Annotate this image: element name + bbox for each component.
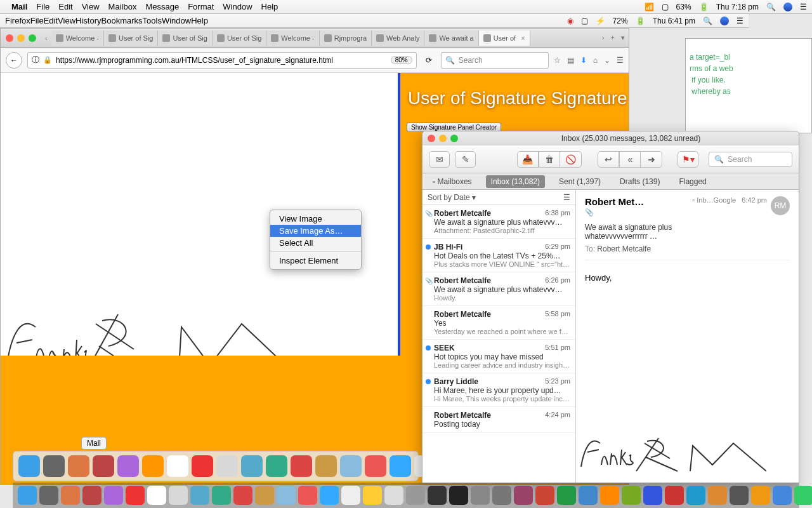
delete-button[interactable]: 🗑 — [539, 151, 560, 168]
tab-scroll-right-icon[interactable]: › — [602, 34, 605, 42]
menu-history[interactable]: History — [75, 16, 101, 25]
dock-app-icon[interactable] — [212, 486, 231, 505]
wifi-icon[interactable]: 📶 — [645, 3, 654, 11]
filter-icon[interactable]: ☰ — [563, 193, 570, 202]
tab-list-icon[interactable]: ▾ — [621, 34, 625, 42]
flagged-tab[interactable]: Flagged — [674, 175, 711, 188]
reply-all-button[interactable]: « — [619, 151, 641, 168]
message-row[interactable]: SEEK5:51 pmHot topics you may have misse… — [422, 340, 575, 373]
flag-button[interactable]: ⚑▾ — [678, 151, 698, 168]
dock-app-icon[interactable] — [773, 486, 792, 505]
clock[interactable]: Thu 7:18 pm — [716, 3, 759, 11]
dock-app-icon[interactable] — [18, 455, 40, 477]
dock-app-icon[interactable] — [82, 486, 102, 505]
downloads-icon[interactable]: ⬇ — [580, 56, 587, 65]
clock[interactable]: Thu 6:41 pm — [653, 17, 695, 25]
dock-app-icon[interactable] — [471, 486, 490, 505]
dock-app-icon[interactable] — [449, 486, 468, 505]
menu-format[interactable]: Format — [188, 2, 214, 11]
dock-app-icon[interactable] — [428, 486, 447, 505]
menu-file[interactable]: File — [30, 16, 44, 25]
dock-app-icon[interactable] — [68, 455, 89, 477]
spotlight-icon[interactable]: 🔍 — [766, 3, 776, 11]
dock-app-icon[interactable] — [363, 486, 382, 505]
menu-view[interactable]: View — [82, 2, 100, 11]
message-row[interactable]: 📎Robert Metcalfe6:26 pmWe await a signat… — [422, 272, 575, 306]
dock-app-icon[interactable] — [390, 455, 411, 477]
zoom-window-button[interactable] — [29, 34, 36, 42]
spotlight-icon[interactable]: 🔍 — [703, 17, 712, 25]
menu-window[interactable]: Window — [162, 16, 191, 25]
sent-tab[interactable]: Sent (1,397) — [554, 175, 606, 188]
dock-app-icon[interactable] — [492, 486, 511, 505]
dock-app-icon[interactable] — [192, 455, 213, 477]
siri-icon[interactable] — [783, 3, 792, 11]
tab-scroll-left-icon[interactable]: ‹ — [45, 34, 48, 42]
menu-bookmarks[interactable]: Bookmarks — [102, 16, 143, 25]
info-icon[interactable]: ⓘ — [32, 55, 39, 65]
reload-button[interactable]: ⟳ — [422, 56, 436, 65]
record-icon[interactable]: ◉ — [567, 17, 573, 25]
browser-tab[interactable]: User of Sig — [213, 30, 266, 46]
dock-app-icon[interactable] — [233, 486, 252, 505]
notification-center-icon[interactable]: ☰ — [800, 3, 807, 11]
dock-app-icon[interactable] — [600, 486, 619, 505]
dock-app-icon[interactable] — [255, 486, 274, 505]
minimize-window-button[interactable] — [17, 34, 25, 42]
menu-edit[interactable]: Edit — [58, 2, 72, 11]
dock-app-icon[interactable] — [557, 486, 576, 505]
menu-help[interactable]: Help — [191, 16, 208, 25]
dock-app-icon[interactable] — [315, 455, 337, 477]
inbox-tab[interactable]: Inbox (13,082) — [486, 175, 545, 188]
menu-edit[interactable]: Edit — [44, 16, 58, 25]
forward-button[interactable]: ➜ — [641, 151, 662, 168]
dock-app-icon[interactable] — [686, 486, 705, 505]
dock-app-icon[interactable] — [291, 455, 312, 477]
browser-tab[interactable]: We await a — [424, 30, 478, 46]
message-row[interactable]: JB Hi-Fi6:29 pmHot Deals on the Latest T… — [422, 239, 575, 272]
new-tab-button[interactable]: + — [606, 34, 620, 42]
browser-tab[interactable]: User of× — [479, 30, 530, 46]
dock-app-icon[interactable] — [93, 455, 114, 477]
pocket-icon[interactable]: ⌄ — [604, 56, 610, 65]
hamburger-menu-icon[interactable]: ☰ — [617, 56, 624, 65]
zoom-level[interactable]: 80% — [391, 56, 412, 64]
browser-tab[interactable]: Rjmprogra — [320, 30, 372, 46]
dock-app-icon[interactable] — [167, 455, 188, 477]
close-window-button[interactable] — [6, 34, 13, 42]
mail-search[interactable]: 🔍 Search — [709, 152, 792, 167]
home-icon[interactable]: ⌂ — [593, 56, 598, 65]
dock-app-icon[interactable] — [708, 486, 727, 505]
browser-tab[interactable]: Welcome - — [51, 30, 104, 46]
mailboxes-tab[interactable]: ▫ Mailboxes — [428, 175, 477, 188]
dock-app-icon[interactable] — [535, 486, 554, 505]
menu-view[interactable]: View — [58, 16, 75, 25]
dock-app-icon[interactable] — [266, 455, 287, 477]
airplay-icon[interactable]: ▢ — [662, 3, 669, 11]
dock-app-icon[interactable] — [142, 455, 164, 477]
dock-app-icon[interactable] — [340, 455, 362, 477]
ctx-view-image[interactable]: View Image — [270, 213, 361, 225]
dock-app-icon[interactable] — [622, 486, 641, 505]
menu-window[interactable]: Window — [223, 2, 252, 11]
dock-app-icon[interactable] — [730, 486, 749, 505]
dock-app-icon[interactable] — [514, 486, 533, 505]
junk-button[interactable]: 🚫 — [560, 151, 582, 168]
siri-icon[interactable] — [720, 17, 729, 25]
close-window-button[interactable] — [428, 135, 435, 142]
drafts-tab[interactable]: Drafts (139) — [615, 175, 665, 188]
reader-icon[interactable]: ▤ — [567, 56, 574, 65]
message-row[interactable]: 📎Robert Metcalfe6:38 pmWe await a signat… — [422, 205, 575, 239]
browser-tab[interactable]: User of Sig — [104, 30, 158, 46]
dock-app-icon[interactable] — [241, 455, 263, 477]
notification-center-icon[interactable]: ☰ — [737, 17, 743, 25]
browser-tab[interactable]: Web Analy — [372, 30, 424, 46]
dock-app-icon[interactable] — [320, 486, 339, 505]
dock-app-icon[interactable] — [169, 486, 188, 505]
dock-app-icon[interactable] — [277, 486, 296, 505]
menu-message[interactable]: Message — [145, 2, 179, 11]
search-box[interactable]: 🔍 Search — [441, 52, 549, 69]
compose-button[interactable]: ✎ — [455, 151, 476, 168]
dock-app-icon[interactable] — [341, 486, 360, 505]
dock-app-icon[interactable] — [104, 486, 123, 505]
